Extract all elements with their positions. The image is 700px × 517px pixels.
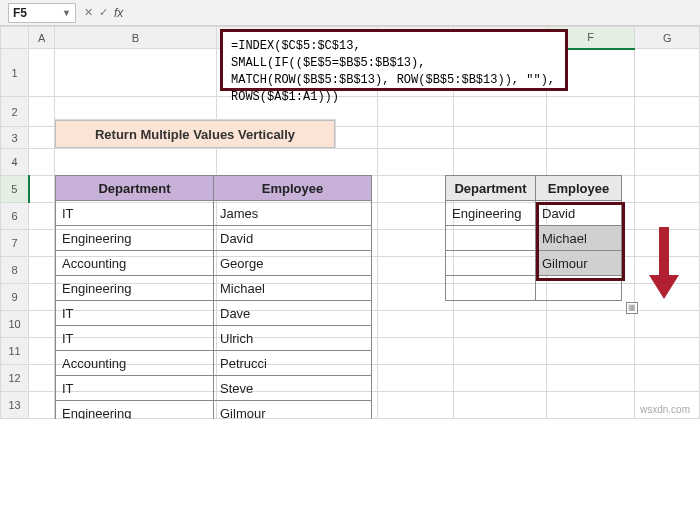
table-row: ITDave: [56, 301, 372, 326]
result-header-dept: Department: [446, 176, 536, 201]
col-header-B[interactable]: B: [55, 27, 216, 49]
row-header[interactable]: 1: [1, 49, 29, 97]
col-header-A[interactable]: A: [29, 27, 55, 49]
formula-editor[interactable]: =INDEX($C$5:$C$13, SMALL(IF(($E$5=$B$5:$…: [220, 29, 568, 91]
row-header[interactable]: 12: [1, 365, 29, 392]
arrow-down-icon: [649, 227, 679, 299]
table-header-emp: Employee: [214, 176, 372, 201]
table-row: EngineeringMichael: [56, 276, 372, 301]
row-header[interactable]: 2: [1, 97, 29, 127]
formula-line-2: MATCH(ROW($B$5:$B$13), ROW($B$5:$B$13)),…: [231, 73, 555, 87]
table-row: Gilmour: [446, 251, 622, 276]
name-box-value: F5: [13, 6, 27, 20]
table-header-dept: Department: [56, 176, 214, 201]
table-row: AccountingGeorge: [56, 251, 372, 276]
row-header[interactable]: 8: [1, 257, 29, 284]
table-row: ITUlrich: [56, 326, 372, 351]
confirm-icon[interactable]: ✓: [99, 6, 108, 19]
name-box[interactable]: F5 ▼: [8, 3, 76, 23]
row-header[interactable]: 13: [1, 392, 29, 419]
result-cell[interactable]: [536, 276, 622, 301]
row-header[interactable]: 10: [1, 311, 29, 338]
row-header[interactable]: 7: [1, 230, 29, 257]
formula-line-1: =INDEX($C$5:$C$13, SMALL(IF(($E$5=$B$5:$…: [231, 39, 425, 70]
row-header[interactable]: 6: [1, 203, 29, 230]
watermark: wsxdn.com: [640, 404, 690, 415]
section-title: Return Multiple Values Vertically: [55, 120, 335, 148]
result-table: Department Employee EngineeringDavid Mic…: [445, 175, 622, 301]
result-header-emp: Employee: [536, 176, 622, 201]
formula-bar-row: F5 ▼ ✕ ✓ fx: [0, 0, 700, 26]
formula-line-3: ROWS($A$1:A1))): [231, 90, 339, 104]
chevron-down-icon[interactable]: ▼: [62, 8, 71, 18]
corner-cell[interactable]: [1, 27, 29, 49]
fx-icon[interactable]: fx: [114, 6, 123, 20]
svg-marker-1: [649, 275, 679, 299]
result-cell[interactable]: Michael: [536, 226, 622, 251]
table-row: ITSteve: [56, 376, 372, 401]
svg-rect-0: [659, 227, 669, 277]
row-header[interactable]: 11: [1, 338, 29, 365]
row-header[interactable]: 5: [1, 176, 29, 203]
table-row: AccountingPetrucci: [56, 351, 372, 376]
data-table: Department Employee ITJames EngineeringD…: [55, 175, 372, 419]
table-row: [446, 276, 622, 301]
table-row: EngineeringDavid: [56, 226, 372, 251]
table-row: ITJames: [56, 201, 372, 226]
result-cell[interactable]: David: [536, 201, 622, 226]
table-row: EngineeringGilmour: [56, 401, 372, 420]
result-cell[interactable]: Gilmour: [536, 251, 622, 276]
section-title-text: Return Multiple Values Vertically: [95, 127, 295, 142]
row-header[interactable]: 9: [1, 284, 29, 311]
table-row: Michael: [446, 226, 622, 251]
sheet: =INDEX($C$5:$C$13, SMALL(IF(($E$5=$B$5:$…: [0, 26, 700, 419]
fill-handle-icon[interactable]: ▦: [626, 302, 638, 314]
formula-bar-icons: ✕ ✓ fx: [84, 6, 123, 20]
row-header[interactable]: 3: [1, 127, 29, 149]
col-header-G[interactable]: G: [635, 27, 700, 49]
cancel-icon[interactable]: ✕: [84, 6, 93, 19]
table-row: EngineeringDavid: [446, 201, 622, 226]
row-header[interactable]: 4: [1, 149, 29, 176]
